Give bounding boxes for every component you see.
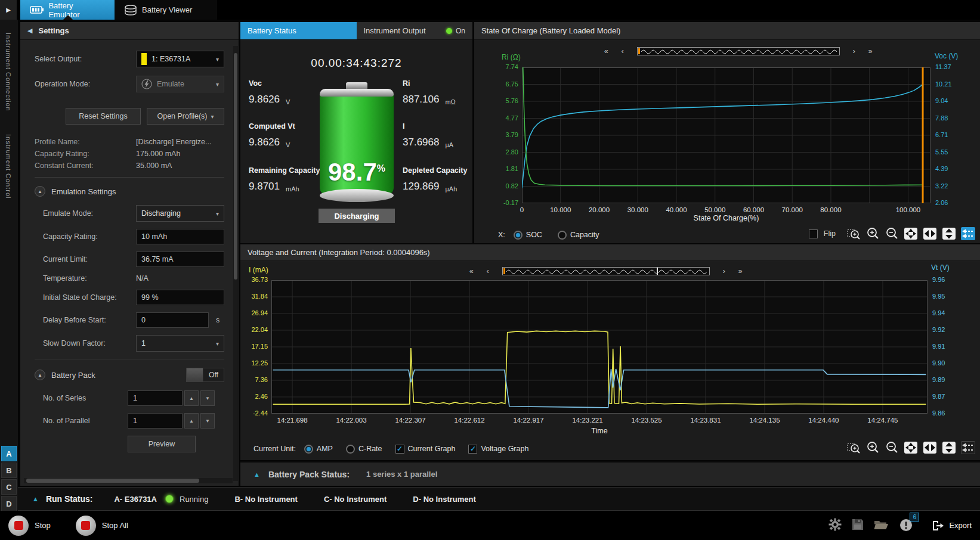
rail-label-instrument-connection[interactable]: Instrument Connection (5, 33, 12, 111)
vc-title-text: Voltage and Current (Integration Period:… (248, 248, 430, 257)
open-profiles-button[interactable]: Open Profile(s) ▾ (147, 108, 224, 125)
elapsed-timer: 00.00:34:43:272 (240, 57, 472, 70)
settings-gear-icon[interactable] (828, 518, 842, 533)
collapse-icon[interactable]: ▴ (35, 186, 45, 197)
tab-battery-viewer[interactable]: Battery Viewer (115, 0, 217, 20)
fit-horizontal-icon[interactable] (923, 227, 937, 240)
no-of-series-value: 1 (133, 394, 137, 402)
channel-tab-d[interactable]: D (1, 496, 17, 511)
select-output-dropdown[interactable]: 1: E36731A ▾ (136, 51, 224, 67)
no-of-series-input[interactable]: 1 (128, 390, 183, 406)
vc-left-axis-title: I (mA) (249, 266, 268, 274)
stop-all-button[interactable]: Stop All (76, 516, 128, 536)
constant-current-value: 35.000 mA (136, 162, 172, 170)
pan-next-button[interactable]: › (853, 47, 855, 55)
scrollbar-thumb[interactable] (234, 53, 237, 280)
radio-soc[interactable] (514, 231, 523, 240)
y-tick-left: 5.76 (491, 97, 518, 104)
emulation-settings-section-header[interactable]: ▴ Emulation Settings (35, 186, 224, 197)
discharging-state-button[interactable]: Discharging (319, 209, 395, 223)
zoom-box-icon[interactable] (846, 227, 861, 240)
pan-first-button[interactable]: « (469, 267, 474, 275)
soc-plot[interactable] (522, 67, 930, 203)
zoom-in-icon[interactable] (865, 227, 880, 240)
channel-tab-c[interactable]: C (1, 479, 17, 495)
tab-battery-status[interactable]: Battery Status (240, 22, 357, 40)
export-button[interactable]: Export (931, 520, 972, 532)
save-icon[interactable] (851, 518, 864, 533)
flip-checkbox[interactable] (809, 229, 818, 238)
pan-prev-button[interactable]: ‹ (487, 267, 489, 275)
computed-vt-value: 9.8626 (249, 136, 280, 148)
collapse-icon[interactable]: ▴ (35, 370, 45, 380)
radio-crate[interactable] (346, 445, 355, 454)
fit-vertical-icon[interactable] (942, 227, 956, 240)
current-limit-input[interactable]: 36.75 mA (136, 252, 224, 267)
current-graph-checkbox[interactable]: ✓ (395, 445, 404, 454)
stop-button[interactable]: Stop (8, 516, 51, 536)
tab-instrument-output[interactable]: Instrument Output On (357, 22, 473, 40)
x-tick: 50.000 (694, 206, 736, 213)
pan-prev-button[interactable]: ‹ (622, 47, 624, 55)
emu-capacity-rating-input[interactable]: 10 mAh (136, 229, 224, 244)
battery-pack-section-header[interactable]: ▴ Battery Pack Off (35, 368, 224, 382)
settings-horizontal-scrollbar[interactable] (24, 478, 233, 483)
tracking-mode-icon[interactable] (961, 441, 975, 454)
series-increment-button[interactable]: ▲ (184, 390, 199, 406)
scrollbar-thumb[interactable] (26, 479, 199, 483)
pan-next-button[interactable]: › (723, 267, 725, 275)
reset-settings-button[interactable]: Reset Settings (66, 108, 141, 125)
settings-vertical-scrollbar[interactable] (233, 46, 238, 481)
parallel-decrement-button[interactable]: ▼ (200, 413, 215, 429)
zoom-out-icon[interactable] (885, 441, 899, 454)
parallel-increment-button[interactable]: ▲ (184, 413, 199, 429)
operation-mode-dropdown[interactable]: Emulate ▾ (136, 76, 224, 92)
channel-tab-a[interactable]: A (1, 446, 17, 461)
fit-horizontal-icon[interactable] (923, 441, 937, 454)
bottom-toolbar: Stop Stop All 6 Export (0, 511, 980, 540)
channel-tab-b[interactable]: B (1, 463, 17, 478)
x-tick: 14:22.307 (389, 417, 431, 424)
stop-label: Stop (35, 521, 51, 530)
soc-pan-scrollbar[interactable] (637, 47, 840, 55)
fit-vertical-icon[interactable] (942, 441, 956, 454)
no-of-parallel-input[interactable]: 1 (128, 413, 183, 429)
y-tick-left: 7.36 (240, 376, 268, 383)
notifications-icon[interactable]: 6 (899, 517, 913, 534)
pan-last-button[interactable]: » (738, 267, 743, 275)
expand-sidebar-button[interactable]: ▶ (0, 0, 18, 20)
pan-last-button[interactable]: » (868, 47, 873, 55)
collapse-arrow-icon[interactable]: ▲ (253, 471, 260, 478)
initial-soc-value: 99 % (141, 293, 159, 302)
fit-all-icon[interactable] (904, 227, 918, 240)
voltage-graph-checkbox[interactable]: ✓ (468, 445, 477, 454)
pan-first-button[interactable]: « (604, 47, 608, 55)
zoom-out-icon[interactable] (885, 227, 899, 240)
tracking-mode-icon[interactable] (961, 227, 975, 240)
rail-label-instrument-control[interactable]: Instrument Control (5, 134, 12, 198)
battery-pack-toggle[interactable]: Off (186, 368, 224, 382)
radio-capacity[interactable] (558, 231, 567, 240)
back-icon[interactable]: ◀ (27, 27, 32, 35)
series-decrement-button[interactable]: ▼ (200, 390, 215, 406)
tab-battery-emulator[interactable]: Battery Emulator (20, 0, 115, 20)
fit-all-icon[interactable] (904, 441, 918, 454)
charge-percent: 98.7% (314, 158, 400, 187)
emulate-mode-dropdown[interactable]: Discharging ▾ (136, 205, 224, 222)
initial-soc-input[interactable]: 99 % (136, 290, 224, 305)
delay-before-start-input[interactable]: 0 (136, 312, 209, 328)
x-tick: 14:22.003 (330, 417, 372, 424)
open-folder-icon[interactable] (874, 519, 889, 533)
y-tick-left: 2.80 (491, 148, 518, 156)
vc-pan-scrollbar[interactable] (502, 267, 710, 275)
zoom-in-icon[interactable] (865, 441, 880, 454)
voltage-current-plot[interactable] (271, 280, 928, 414)
collapse-arrow-icon[interactable]: ▲ (32, 495, 39, 502)
slow-down-factor-dropdown[interactable]: 1 ▾ (136, 335, 224, 352)
soc-chart-toolbar: Flip (809, 227, 975, 240)
preview-button[interactable]: Preview (128, 436, 196, 452)
zoom-box-icon[interactable] (846, 441, 861, 454)
reset-settings-label: Reset Settings (79, 112, 127, 120)
x-tick: 40.000 (656, 206, 697, 213)
radio-amp[interactable] (304, 445, 313, 454)
